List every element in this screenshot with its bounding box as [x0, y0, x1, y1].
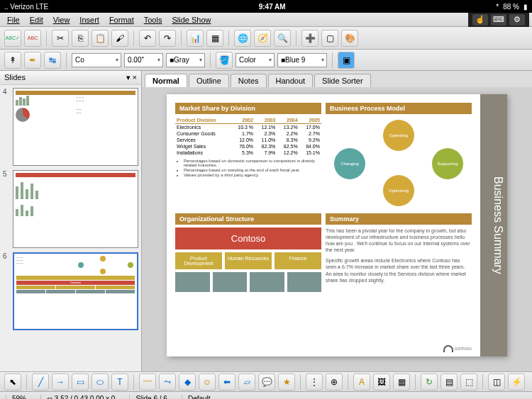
- template-name: Default: [182, 395, 211, 399]
- line-tool[interactable]: ╱: [32, 373, 49, 390]
- tab-normal[interactable]: Normal: [145, 74, 187, 87]
- interaction-tool[interactable]: ⚡: [508, 373, 525, 390]
- copy-button[interactable]: ⎘: [72, 30, 89, 47]
- cursor-coords: ⇔ 3.52 / 0.43 0.00 x 0: [40, 395, 115, 399]
- process-model-section: Business Process Model Operating Support…: [326, 103, 472, 209]
- rotate-tool[interactable]: ↻: [421, 373, 438, 390]
- menu-file[interactable]: File: [3, 14, 24, 26]
- line-end-button[interactable]: ↹: [44, 52, 61, 69]
- symbol-shapes-tool[interactable]: ☺: [199, 373, 216, 390]
- hyperlink-button[interactable]: 🌐: [234, 30, 251, 47]
- format-paint-button[interactable]: 🖌: [111, 30, 128, 47]
- market-share-table: Product Division2002200320042005 Electro…: [175, 117, 321, 156]
- battery-label: * 88 % ▮: [496, 3, 528, 11]
- arrow-tool-button[interactable]: ↟: [4, 52, 21, 69]
- gallery-tool[interactable]: ▦: [393, 373, 410, 390]
- slide-layout-button[interactable]: ▢: [321, 30, 338, 47]
- glue-tool[interactable]: ⊕: [326, 373, 343, 390]
- touch-icon[interactable]: ☝: [472, 14, 488, 26]
- zoom-level[interactable]: 59%: [6, 395, 26, 399]
- block-arrows-tool[interactable]: ⬅: [218, 373, 235, 390]
- view-tabs: Normal Outline Notes Handout Slide Sorte…: [142, 71, 532, 87]
- chart-button[interactable]: 📊: [187, 30, 204, 47]
- connector-tool[interactable]: ⤳: [159, 373, 176, 390]
- process-changing: Changing: [334, 148, 365, 179]
- current-slide[interactable]: Business Summary Market Share by Divisio…: [167, 94, 507, 356]
- menu-edit[interactable]: Edit: [26, 14, 48, 26]
- contoso-logo: contoso: [443, 345, 472, 352]
- fill-type-dropdown[interactable]: Color: [235, 53, 275, 67]
- panel-menu-icon[interactable]: ▾ ×: [126, 73, 137, 82]
- slide-title-sidebar: Business Summary: [480, 94, 507, 356]
- tab-sorter[interactable]: Slide Sorter: [314, 74, 370, 87]
- fontwork-tool[interactable]: A: [353, 373, 370, 390]
- points-tool[interactable]: ⋮: [306, 373, 323, 390]
- shadow-button[interactable]: ▣: [338, 52, 355, 69]
- pen-tool-button[interactable]: ✒: [24, 52, 41, 69]
- device-statusbar: .. Verizon LTE 9:47 AM * 88 % ▮: [0, 0, 532, 13]
- tab-outline[interactable]: Outline: [189, 74, 229, 87]
- spellcheck-button[interactable]: ABC✓: [4, 30, 21, 47]
- arrange-tool[interactable]: ⬚: [460, 373, 477, 390]
- tab-handout[interactable]: Handout: [268, 74, 314, 87]
- slide-counter: Slide 6 / 6: [129, 395, 167, 399]
- menu-format[interactable]: Format: [105, 14, 138, 26]
- extrusion-tool[interactable]: ◫: [488, 373, 505, 390]
- slide-thumb-6[interactable]: 6 ── ──── ──── ── Contoso: [3, 252, 138, 330]
- line-color-dropdown[interactable]: ■ Gray: [166, 53, 205, 67]
- curve-tool[interactable]: 〰: [139, 373, 156, 390]
- slide-thumb-5[interactable]: 5: [3, 170, 138, 248]
- org-main-box: Contoso: [175, 227, 321, 249]
- table-button[interactable]: ▦: [206, 30, 223, 47]
- ellipse-tool[interactable]: ⬭: [92, 373, 109, 390]
- menubar: File Edit View Insert Format Tools Slide…: [0, 13, 532, 27]
- process-optimizing: Optimizing: [383, 175, 414, 206]
- tab-notes[interactable]: Notes: [231, 74, 267, 87]
- rect-tool[interactable]: ▭: [72, 373, 89, 390]
- navigator-button[interactable]: 🧭: [254, 30, 271, 47]
- select-tool[interactable]: ⬉: [4, 373, 21, 390]
- slide-panel: Slides▾ × 4 ─ ─ ── ─ ─ ─ ── ─ 5: [0, 71, 142, 371]
- redo-button[interactable]: ↷: [159, 30, 176, 47]
- line-style-dropdown[interactable]: Co: [72, 53, 121, 67]
- slide-thumb-4[interactable]: 4 ─ ─ ── ─ ─ ─ ── ─: [3, 88, 138, 166]
- menu-tools[interactable]: Tools: [140, 14, 167, 26]
- market-notes: Percentages based on domestic comparison…: [175, 156, 321, 177]
- slide-add-button[interactable]: ➕: [301, 30, 318, 47]
- slide-design-button[interactable]: 🎨: [341, 30, 358, 47]
- text-tool[interactable]: T: [111, 373, 128, 390]
- gear-icon[interactable]: ⚙: [509, 14, 525, 26]
- zoom-button[interactable]: 🔍: [274, 30, 291, 47]
- summary-section: Summary This has been a pivotal year for…: [326, 213, 472, 295]
- process-operating: Operating: [383, 120, 414, 151]
- callout-tool[interactable]: 💬: [258, 373, 275, 390]
- main-toolbar: ABC✓ ABC ✂ ⎘ 📋 🖌 ↶ ↷ 📊 ▦ 🌐 🧭 🔍 ➕ ▢ 🎨: [0, 27, 532, 50]
- status-bar: 59% ⇔ 3.52 / 0.43 0.00 x 0 Slide 6 / 6 D…: [0, 391, 532, 399]
- align-tool[interactable]: ▤: [440, 373, 458, 390]
- keyboard-icon[interactable]: ⌨: [491, 14, 506, 26]
- cut-button[interactable]: ✂: [52, 30, 69, 47]
- spellcheck-auto-button[interactable]: ABC: [24, 30, 41, 47]
- carrier-label: .. Verizon LTE: [4, 3, 48, 11]
- slide-panel-title: Slides▾ ×: [0, 71, 141, 85]
- fill-color-dropdown[interactable]: ■ Blue 9: [277, 53, 327, 67]
- menu-slideshow[interactable]: Slide Show: [167, 14, 215, 26]
- slide-canvas[interactable]: Business Summary Market Share by Divisio…: [142, 87, 532, 371]
- undo-button[interactable]: ↶: [139, 30, 156, 47]
- clock: 9:47 AM: [48, 3, 496, 11]
- market-share-section: Market Share by Division Product Divisio…: [175, 103, 321, 209]
- basic-shapes-tool[interactable]: ◆: [179, 373, 196, 390]
- star-tool[interactable]: ★: [278, 373, 295, 390]
- process-supporting: Supporting: [432, 148, 463, 179]
- flowchart-tool[interactable]: ▱: [238, 373, 255, 390]
- tablet-controls: ☝ ⌨ ⚙: [468, 13, 529, 27]
- menu-insert[interactable]: Insert: [75, 14, 104, 26]
- org-structure-section: Organizational Structure Contoso Product…: [175, 213, 321, 295]
- arrow-line-tool[interactable]: →: [52, 373, 69, 390]
- menu-view[interactable]: View: [49, 14, 74, 26]
- line-width-dropdown[interactable]: 0.00": [124, 53, 163, 67]
- drawing-toolbar: ⬉ ╱ → ▭ ⬭ T 〰 ⤳ ◆ ☺ ⬅ ▱ 💬 ★ ⋮ ⊕ A 🖼 ▦ ↻ …: [0, 371, 532, 391]
- from-file-tool[interactable]: 🖼: [373, 373, 390, 390]
- paste-button[interactable]: 📋: [92, 30, 109, 47]
- fill-button[interactable]: 🪣: [216, 52, 233, 69]
